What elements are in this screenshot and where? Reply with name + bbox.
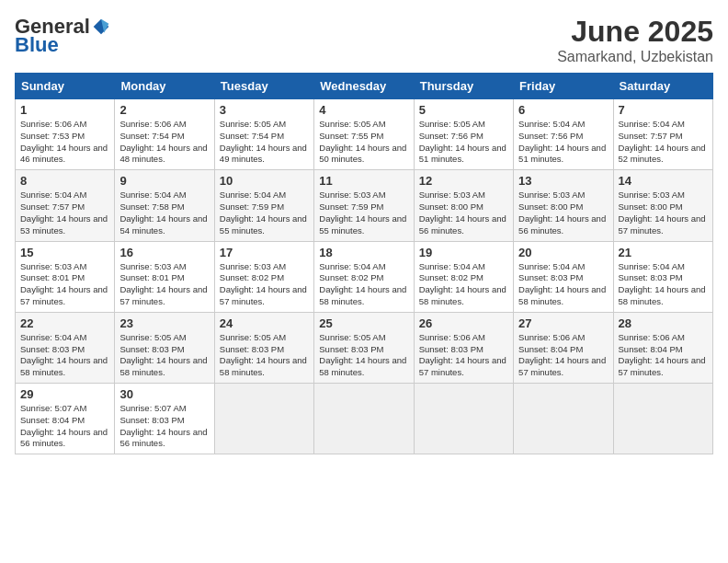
- day-number: 15: [20, 246, 109, 259]
- day-number: 27: [518, 316, 608, 330]
- weekday-header-row: SundayMondayTuesdayWednesdayThursdayFrid…: [16, 74, 713, 99]
- day-cell-2: 2Sunrise: 5:06 AMSunset: 7:54 PMDaylight…: [115, 99, 214, 170]
- calendar-week-1: 1Sunrise: 5:06 AMSunset: 7:53 PMDaylight…: [16, 99, 713, 170]
- day-cell-14: 14Sunrise: 5:03 AMSunset: 8:00 PMDayligh…: [613, 170, 712, 241]
- day-number: 18: [319, 246, 408, 259]
- day-number: 28: [619, 316, 708, 330]
- title-block: June 2025 Samarkand, Uzbekistan: [557, 15, 713, 65]
- day-cell-8: 8Sunrise: 5:04 AMSunset: 7:57 PMDaylight…: [16, 170, 115, 241]
- day-number: 11: [319, 174, 408, 188]
- calendar: SundayMondayTuesdayWednesdayThursdayFrid…: [15, 73, 713, 454]
- day-info: Sunrise: 5:04 AMSunset: 7:56 PMDaylight:…: [518, 119, 608, 166]
- day-info: Sunrise: 5:04 AMSunset: 7:57 PMDaylight:…: [619, 119, 708, 166]
- day-number: 3: [220, 103, 309, 117]
- day-number: 24: [220, 316, 309, 330]
- day-cell-7: 7Sunrise: 5:04 AMSunset: 7:57 PMDaylight…: [613, 99, 712, 170]
- day-info: Sunrise: 5:04 AMSunset: 8:02 PMDaylight:…: [319, 261, 408, 308]
- day-number: 20: [518, 246, 608, 259]
- day-number: 7: [619, 103, 708, 117]
- day-info: Sunrise: 5:04 AMSunset: 7:58 PMDaylight:…: [119, 190, 209, 236]
- day-info: Sunrise: 5:04 AMSunset: 7:57 PMDaylight:…: [20, 190, 109, 236]
- day-number: 25: [319, 316, 408, 330]
- day-cell-16: 16Sunrise: 5:03 AMSunset: 8:01 PMDayligh…: [115, 241, 214, 312]
- weekday-header-friday: Friday: [514, 74, 613, 99]
- day-info: Sunrise: 5:04 AMSunset: 8:02 PMDaylight:…: [419, 261, 508, 308]
- day-number: 2: [119, 103, 209, 117]
- month-title: June 2025: [557, 15, 713, 49]
- weekday-header-tuesday: Tuesday: [214, 74, 313, 99]
- day-info: Sunrise: 5:05 AMSunset: 7:56 PMDaylight:…: [419, 119, 508, 166]
- day-info: Sunrise: 5:04 AMSunset: 7:59 PMDaylight:…: [220, 190, 309, 236]
- day-number: 22: [20, 316, 109, 330]
- logo-blue: Blue: [15, 33, 59, 57]
- day-info: Sunrise: 5:05 AMSunset: 7:54 PMDaylight:…: [220, 119, 309, 166]
- day-info: Sunrise: 5:05 AMSunset: 7:55 PMDaylight:…: [319, 119, 408, 166]
- day-info: Sunrise: 5:06 AMSunset: 7:54 PMDaylight:…: [119, 119, 209, 166]
- day-info: Sunrise: 5:03 AMSunset: 8:01 PMDaylight:…: [20, 261, 109, 308]
- day-number: 9: [119, 174, 209, 188]
- day-info: Sunrise: 5:07 AMSunset: 8:04 PMDaylight:…: [20, 403, 109, 450]
- day-number: 21: [619, 246, 708, 259]
- day-number: 12: [419, 174, 508, 188]
- day-cell-6: 6Sunrise: 5:04 AMSunset: 7:56 PMDaylight…: [514, 99, 613, 170]
- empty-cell: [414, 384, 513, 454]
- day-number: 29: [20, 387, 109, 401]
- day-info: Sunrise: 5:04 AMSunset: 8:03 PMDaylight:…: [619, 261, 708, 308]
- day-number: 5: [419, 103, 508, 117]
- weekday-header-thursday: Thursday: [414, 74, 513, 99]
- weekday-header-wednesday: Wednesday: [314, 74, 414, 99]
- day-cell-28: 28Sunrise: 5:06 AMSunset: 8:04 PMDayligh…: [613, 312, 712, 383]
- day-number: 17: [220, 246, 309, 259]
- day-info: Sunrise: 5:05 AMSunset: 8:03 PMDaylight:…: [319, 332, 408, 379]
- day-cell-22: 22Sunrise: 5:04 AMSunset: 8:03 PMDayligh…: [16, 312, 115, 383]
- day-cell-4: 4Sunrise: 5:05 AMSunset: 7:55 PMDaylight…: [314, 99, 414, 170]
- day-cell-29: 29Sunrise: 5:07 AMSunset: 8:04 PMDayligh…: [16, 384, 115, 454]
- day-cell-23: 23Sunrise: 5:05 AMSunset: 8:03 PMDayligh…: [115, 312, 214, 383]
- day-cell-9: 9Sunrise: 5:04 AMSunset: 7:58 PMDaylight…: [115, 170, 214, 241]
- empty-cell: [314, 384, 414, 454]
- day-number: 26: [419, 316, 508, 330]
- day-info: Sunrise: 5:03 AMSunset: 8:01 PMDaylight:…: [119, 261, 209, 308]
- day-info: Sunrise: 5:03 AMSunset: 8:00 PMDaylight:…: [518, 190, 608, 236]
- day-cell-30: 30Sunrise: 5:07 AMSunset: 8:03 PMDayligh…: [115, 384, 214, 454]
- day-cell-1: 1Sunrise: 5:06 AMSunset: 7:53 PMDaylight…: [16, 99, 115, 170]
- logo-icon: [92, 17, 110, 36]
- day-cell-13: 13Sunrise: 5:03 AMSunset: 8:00 PMDayligh…: [514, 170, 613, 241]
- day-cell-24: 24Sunrise: 5:05 AMSunset: 8:03 PMDayligh…: [214, 312, 313, 383]
- day-info: Sunrise: 5:03 AMSunset: 8:00 PMDaylight:…: [619, 190, 708, 236]
- weekday-header-sunday: Sunday: [16, 74, 115, 99]
- day-number: 14: [619, 174, 708, 188]
- day-info: Sunrise: 5:06 AMSunset: 8:04 PMDaylight:…: [619, 332, 708, 379]
- day-info: Sunrise: 5:06 AMSunset: 7:53 PMDaylight:…: [20, 119, 109, 166]
- day-info: Sunrise: 5:05 AMSunset: 8:03 PMDaylight:…: [220, 332, 309, 379]
- day-info: Sunrise: 5:07 AMSunset: 8:03 PMDaylight:…: [119, 403, 209, 450]
- day-info: Sunrise: 5:03 AMSunset: 8:00 PMDaylight:…: [419, 190, 508, 236]
- day-cell-15: 15Sunrise: 5:03 AMSunset: 8:01 PMDayligh…: [16, 241, 115, 312]
- weekday-header-monday: Monday: [115, 74, 214, 99]
- day-cell-18: 18Sunrise: 5:04 AMSunset: 8:02 PMDayligh…: [314, 241, 414, 312]
- day-number: 10: [220, 174, 309, 188]
- day-number: 23: [119, 316, 209, 330]
- day-cell-19: 19Sunrise: 5:04 AMSunset: 8:02 PMDayligh…: [414, 241, 513, 312]
- day-info: Sunrise: 5:06 AMSunset: 8:03 PMDaylight:…: [419, 332, 508, 379]
- day-info: Sunrise: 5:06 AMSunset: 8:04 PMDaylight:…: [518, 332, 608, 379]
- day-number: 30: [119, 387, 209, 401]
- day-info: Sunrise: 5:04 AMSunset: 8:03 PMDaylight:…: [518, 261, 608, 308]
- day-cell-12: 12Sunrise: 5:03 AMSunset: 8:00 PMDayligh…: [414, 170, 513, 241]
- day-number: 6: [518, 103, 608, 117]
- day-info: Sunrise: 5:03 AMSunset: 8:02 PMDaylight:…: [220, 261, 309, 308]
- day-cell-20: 20Sunrise: 5:04 AMSunset: 8:03 PMDayligh…: [514, 241, 613, 312]
- day-cell-11: 11Sunrise: 5:03 AMSunset: 7:59 PMDayligh…: [314, 170, 414, 241]
- day-info: Sunrise: 5:03 AMSunset: 7:59 PMDaylight:…: [319, 190, 408, 236]
- day-number: 19: [419, 246, 508, 259]
- empty-cell: [514, 384, 613, 454]
- day-cell-3: 3Sunrise: 5:05 AMSunset: 7:54 PMDaylight…: [214, 99, 313, 170]
- logo: General Blue: [15, 15, 110, 57]
- day-cell-25: 25Sunrise: 5:05 AMSunset: 8:03 PMDayligh…: [314, 312, 414, 383]
- calendar-week-2: 8Sunrise: 5:04 AMSunset: 7:57 PMDaylight…: [16, 170, 713, 241]
- empty-cell: [613, 384, 712, 454]
- day-cell-10: 10Sunrise: 5:04 AMSunset: 7:59 PMDayligh…: [214, 170, 313, 241]
- page-header: General Blue June 2025 Samarkand, Uzbeki…: [15, 15, 713, 65]
- calendar-week-3: 15Sunrise: 5:03 AMSunset: 8:01 PMDayligh…: [16, 241, 713, 312]
- calendar-week-4: 22Sunrise: 5:04 AMSunset: 8:03 PMDayligh…: [16, 312, 713, 383]
